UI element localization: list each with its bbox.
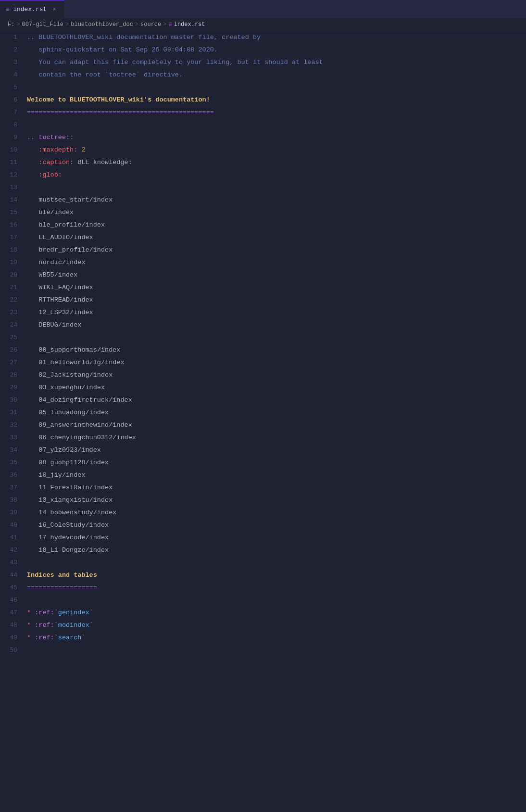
line: 2 sphinx-quickstart on Sat Sep 26 09:04:… — [0, 44, 526, 56]
line-content[interactable]: .. BLUETOOTHLOVER_wiki documentation mas… — [25, 32, 526, 43]
line: 6Welcome to BLUETOOTHLOVER_wiki's docume… — [0, 94, 526, 106]
token: ` — [89, 609, 93, 616]
line-content[interactable]: nordic/index — [25, 257, 526, 268]
line-content[interactable]: 11_ForestRain/index — [25, 482, 526, 494]
line: 39 14_bobwenstudy/index — [0, 507, 526, 519]
line-content[interactable]: .. toctree:: — [25, 132, 526, 143]
line: 46 — [0, 594, 526, 607]
line: 11 :caption: BLE knowledge: — [0, 156, 526, 169]
line-content[interactable]: You can adapt this file completely to yo… — [25, 57, 526, 68]
line-number: 40 — [0, 520, 25, 531]
token: ================== — [27, 584, 97, 591]
line-content[interactable]: DEBUG/index — [25, 319, 526, 331]
breadcrumb-folder-2[interactable]: bluetoothlover_doc — [71, 21, 133, 28]
line: 34 07_ylz0923/index — [0, 444, 526, 457]
line-number: 26 — [0, 344, 25, 356]
line-number: 38 — [0, 495, 25, 506]
line-number: 2 — [0, 44, 25, 56]
breadcrumb: F: > 007-git_File > bluetoothlover_doc >… — [0, 18, 526, 31]
line: 30 04_dozingfiretruck/index — [0, 394, 526, 406]
line: 18 bredr_profile/index — [0, 244, 526, 256]
line-number: 17 — [0, 232, 25, 243]
breadcrumb-folder-1[interactable]: 007-git_File — [22, 21, 63, 28]
token: 12_ESP32/index — [27, 309, 93, 316]
line-content[interactable]: :glob: — [25, 169, 526, 181]
token: modindex — [58, 622, 89, 629]
line-content[interactable]: 13_xiangxistu/index — [25, 495, 526, 506]
line: 42 18_Li-Dongze/index — [0, 544, 526, 557]
line-content[interactable]: 16_ColeStudy/index — [25, 520, 526, 531]
line-content[interactable]: ble_profile/index — [25, 219, 526, 231]
line-content[interactable]: 05_luhuadong/index — [25, 407, 526, 419]
line-content[interactable]: :maxdepth: 2 — [25, 144, 526, 156]
line-content[interactable]: 03_xupenghu/index — [25, 382, 526, 393]
line-content[interactable]: 01_helloworldzlg/index — [25, 357, 526, 368]
line-content[interactable]: 17_hydevcode/index — [25, 532, 526, 544]
tab-close-button[interactable]: × — [50, 5, 58, 14]
line-content[interactable]: 18_Li-Dongze/index — [25, 545, 526, 556]
line-content[interactable]: 09_answerinthewind/index — [25, 419, 526, 431]
line-content[interactable]: * :ref:`modindex` — [25, 620, 526, 631]
token: 02_Jackistang/index — [27, 371, 113, 379]
line-content[interactable]: ========================================… — [25, 107, 526, 118]
token: 11_ForestRain/index — [27, 484, 113, 491]
token: genindex — [58, 609, 89, 616]
breadcrumb-folder-3[interactable]: source — [140, 21, 161, 28]
line-content[interactable]: mustsee_start/index — [25, 194, 526, 206]
line: 38 13_xiangxistu/index — [0, 494, 526, 507]
line-number: 6 — [0, 94, 25, 106]
line-content[interactable]: Welcome to BLUETOOTHLOVER_wiki's documen… — [25, 94, 526, 106]
token: 08_guohp1128/index — [27, 459, 109, 466]
token: .. BLUETOOTHLOVER_wiki documentation mas… — [27, 34, 261, 41]
line-content[interactable]: 12_ESP32/index — [25, 307, 526, 318]
token: :ref:` — [35, 609, 58, 616]
line-content[interactable]: :caption: BLE knowledge: — [25, 157, 526, 168]
token: bredr_profile/index — [27, 246, 113, 254]
line-content[interactable]: RTTHREAD/index — [25, 294, 526, 306]
line-number: 5 — [0, 82, 25, 93]
line-content[interactable]: 10_jiy/index — [25, 469, 526, 481]
line-number: 24 — [0, 319, 25, 331]
line-content[interactable]: 04_dozingfiretruck/index — [25, 394, 526, 406]
line: 22 RTTHREAD/index — [0, 294, 526, 306]
line-content[interactable]: Indices and tables — [25, 570, 526, 581]
line-number: 43 — [0, 557, 25, 569]
line: 14 mustsee_start/index — [0, 194, 526, 206]
line-content[interactable]: 08_guohp1128/index — [25, 457, 526, 469]
tab-index-rst[interactable]: ≡ index.rst × — [0, 0, 64, 18]
line-number: 30 — [0, 394, 25, 406]
token: toctree — [38, 134, 66, 141]
line-content[interactable]: 02_Jackistang/index — [25, 369, 526, 381]
token: 04_dozingfiretruck/index — [27, 396, 132, 404]
line: 10 :maxdepth: 2 — [0, 144, 526, 156]
line: 25 — [0, 331, 526, 344]
line-number: 34 — [0, 444, 25, 456]
token: 17_hydevcode/index — [27, 534, 109, 541]
line-content[interactable]: LE_AUDIO/index — [25, 232, 526, 243]
line-content[interactable]: * :ref:`search` — [25, 632, 526, 644]
line: 26 00_supperthomas/index — [0, 344, 526, 356]
line-content[interactable]: contain the root `toctree` directive. — [25, 69, 526, 81]
line-content[interactable]: * :ref:`genindex` — [25, 607, 526, 619]
line: 23 12_ESP32/index — [0, 306, 526, 319]
line: 45================== — [0, 582, 526, 594]
line-content[interactable]: 14_bobwenstudy/index — [25, 507, 526, 519]
line-content[interactable]: ================== — [25, 582, 526, 594]
token: contain the root `toctree` directive. — [27, 71, 183, 78]
line-content[interactable]: WIKI_FAQ/index — [25, 282, 526, 293]
tab-label: index.rst — [13, 6, 47, 13]
line-content[interactable]: bredr_profile/index — [25, 244, 526, 256]
token: Indices and tables — [27, 571, 97, 579]
line: 44Indices and tables — [0, 569, 526, 582]
line-number: 22 — [0, 294, 25, 306]
line-content[interactable]: 00_supperthomas/index — [25, 344, 526, 356]
line-content[interactable]: ble/index — [25, 207, 526, 218]
line-content[interactable]: WB55/index — [25, 269, 526, 281]
line-number: 8 — [0, 119, 25, 131]
line-number: 19 — [0, 257, 25, 268]
line-content[interactable]: sphinx-quickstart on Sat Sep 26 09:04:08… — [25, 44, 526, 56]
token: WIKI_FAQ/index — [27, 284, 93, 291]
line-content[interactable]: 07_ylz0923/index — [25, 444, 526, 456]
line-content[interactable]: 06_chenyingchun0312/index — [25, 432, 526, 444]
token: :maxdepth: — [27, 146, 81, 153]
